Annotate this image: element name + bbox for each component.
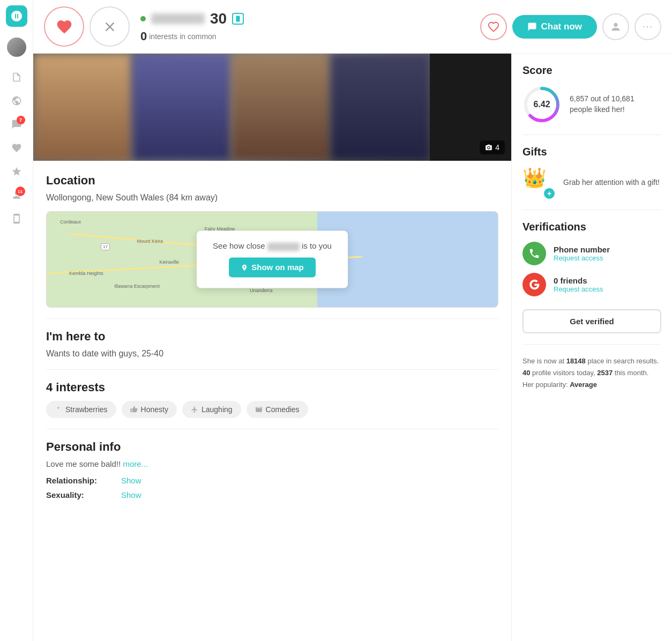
divider-location <box>46 318 498 319</box>
popularity-text: She is now at 18148 place in search resu… <box>522 355 661 391</box>
person-photo-3 <box>232 54 331 161</box>
here-to-value: Wants to date with guys, 25-40 <box>46 349 498 359</box>
device-icon <box>232 13 244 25</box>
content-area: 4 Location Wollongong, New South Wales (… <box>33 54 672 641</box>
sidebar-item-messages[interactable]: 7 <box>7 115 26 134</box>
score-title: Score <box>522 64 661 77</box>
more-link[interactable]: more... <box>123 459 148 468</box>
main-wrapper: 30 0 interests in common Chat now <box>33 0 672 641</box>
phone-name: Phone number <box>554 245 661 254</box>
relationship-row: Relationship: Show <box>46 476 498 485</box>
map-road-number: 17 <box>101 243 110 250</box>
map-overlay: See how close is to you Show on map <box>197 230 348 288</box>
map-overlay-text: See how close is to you <box>213 241 332 251</box>
sidebar-item-visitors[interactable]: 11 <box>7 185 26 205</box>
personal-info-section: Personal info Love me some bald!! more..… <box>46 440 498 500</box>
divider-here-to <box>46 369 498 370</box>
interests-count: 0 <box>140 29 147 43</box>
profile-column: 4 Location Wollongong, New South Wales (… <box>33 54 511 641</box>
interests-section: 4 interests Strawberries Honesty Laug <box>46 381 498 418</box>
interest-strawberries: Strawberries <box>46 401 116 418</box>
rank-value: 18148 <box>566 357 586 365</box>
sexuality-show[interactable]: Show <box>121 490 141 500</box>
phone-icon <box>522 242 546 265</box>
personal-info-title: Personal info <box>46 440 498 454</box>
app-logo[interactable] <box>6 5 27 27</box>
user-info: 30 0 interests in common <box>140 10 480 43</box>
user-avatar[interactable] <box>7 38 26 57</box>
location-title: Location <box>46 174 498 188</box>
map-label-keiraville: Keiraville <box>160 259 180 265</box>
popularity-section: She is now at 18148 place in search resu… <box>522 355 661 391</box>
gift-add-button[interactable]: + <box>544 188 555 199</box>
map-name-blurred <box>267 243 300 251</box>
crown-emoji: 👑 <box>522 167 547 189</box>
in-common-label: in common <box>180 32 216 41</box>
sidebar: 7 11 <box>0 0 33 641</box>
person-photo-4 <box>331 54 430 161</box>
gift-icon[interactable]: 👑 + <box>522 167 555 199</box>
gift-description: Grab her attention with a gift! <box>563 177 660 188</box>
map-label-unanderra: Unanderra <box>250 288 273 293</box>
here-to-title: I'm here to <box>46 330 498 344</box>
gifts-section: Gifts 👑 + Grab her attention with a gift… <box>522 146 661 199</box>
visitors-today: 40 <box>522 369 530 377</box>
verifications-section: Verifications Phone number Request acces… <box>522 221 661 333</box>
google-icon <box>522 273 546 296</box>
chat-now-button[interactable]: Chat now <box>512 15 598 39</box>
interest-honesty: Honesty <box>122 401 177 418</box>
user-name-blurred <box>151 13 205 24</box>
more-options-button[interactable]: ··· <box>634 13 661 40</box>
profile-content: Location Wollongong, New South Wales (84… <box>33 161 511 518</box>
profile-button[interactable] <box>602 13 629 40</box>
sidebar-item-pages[interactable] <box>7 68 26 87</box>
interest-laughing: Laughing <box>182 401 241 418</box>
google-verification: 0 friends Request access <box>522 273 661 296</box>
like-button[interactable] <box>44 6 84 47</box>
sidebar-item-mobile[interactable] <box>7 209 26 228</box>
map-label-kembla: Kembla Heights <box>69 271 103 276</box>
divider-gifts <box>522 210 661 210</box>
gifts-title: Gifts <box>522 146 661 158</box>
person-photo-1 <box>33 54 132 161</box>
right-panel: Score 6.42 <box>511 54 672 641</box>
gifts-area: 👑 + Grab her attention with a gift! <box>522 167 661 199</box>
personal-bio: Love me some bald!! more... <box>46 459 498 468</box>
visitors-badge: 11 <box>16 187 25 196</box>
google-name: 0 friends <box>554 276 661 285</box>
header-like-icon[interactable] <box>480 13 507 40</box>
sidebar-item-likes[interactable] <box>7 138 26 158</box>
verifications-title: Verifications <box>522 221 661 233</box>
sexuality-label: Sexuality: <box>46 490 121 500</box>
top-header: 30 0 interests in common Chat now <box>33 0 672 54</box>
map-container: Cordeaux Mount Keira North Wollongong Fa… <box>46 211 498 308</box>
score-circle: 6.42 <box>522 85 561 124</box>
location-value: Wollongong, New South Wales (84 km away) <box>46 193 498 203</box>
score-description: 6,857 out of 10,681 people liked her! <box>570 94 634 115</box>
score-value: 6.42 <box>533 100 550 109</box>
interests-title: 4 interests <box>46 381 498 394</box>
photo-count: 4 <box>495 143 499 152</box>
show-on-map-button[interactable]: Show on map <box>229 258 316 278</box>
dislike-button[interactable] <box>89 6 130 47</box>
relationship-show[interactable]: Show <box>121 476 141 485</box>
map-label-cordeaux: Cordeaux <box>60 219 81 225</box>
phone-info: Phone number Request access <box>554 245 661 262</box>
user-age: 30 <box>210 10 227 27</box>
sidebar-item-globe[interactable] <box>7 91 26 110</box>
here-to-section: I'm here to Wants to date with guys, 25-… <box>46 330 498 359</box>
divider-score <box>522 135 661 135</box>
interests-label: interests <box>149 32 177 41</box>
score-section: Score 6.42 <box>522 64 661 124</box>
phone-verification: Phone number Request access <box>522 242 661 265</box>
interests-list: Strawberries Honesty Laughing Comed <box>46 401 498 418</box>
get-verified-button[interactable]: Get verified <box>522 309 661 333</box>
relationship-label: Relationship: <box>46 476 121 485</box>
photo-count-badge: 4 <box>480 140 505 154</box>
messages-badge: 7 <box>17 116 25 124</box>
location-section: Location Wollongong, New South Wales (84… <box>46 174 498 308</box>
google-action[interactable]: Request access <box>554 285 661 293</box>
sidebar-item-stars[interactable] <box>7 162 26 181</box>
sexuality-row: Sexuality: Show <box>46 490 498 500</box>
phone-action[interactable]: Request access <box>554 254 661 262</box>
